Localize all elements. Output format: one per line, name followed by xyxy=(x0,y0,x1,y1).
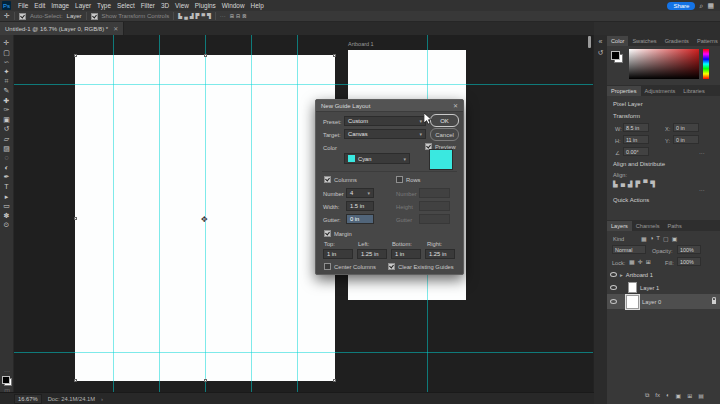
tab-gradients[interactable]: Gradients xyxy=(661,36,693,46)
transform-handle[interactable] xyxy=(74,217,77,220)
kind-filter-dropdown[interactable]: Kind xyxy=(613,236,624,242)
search-icon[interactable]: ⌕ xyxy=(699,2,703,10)
move-tool-icon[interactable]: ✛ xyxy=(4,38,10,48)
crop-tool-icon[interactable]: ⌗ xyxy=(5,76,9,86)
lock-option-icon[interactable]: ▦ xyxy=(629,258,635,265)
columns-checkbox[interactable] xyxy=(324,176,331,183)
more-options-icon[interactable]: ··· xyxy=(220,13,226,19)
angle-field[interactable]: 0.00° xyxy=(623,147,649,156)
menu-item[interactable]: Type xyxy=(94,2,114,9)
align-icon[interactable]: ▄ xyxy=(184,13,188,19)
clear-existing-option[interactable]: Clear Existing Guides xyxy=(388,263,454,270)
visibility-eye-icon[interactable] xyxy=(610,272,617,277)
x-field[interactable]: 0 in xyxy=(673,123,699,132)
center-columns-checkbox[interactable] xyxy=(324,263,331,270)
layers-action-icon[interactable]: ▤ xyxy=(698,392,704,399)
margin-option[interactable]: Margin xyxy=(324,230,352,237)
auto-select-dropdown[interactable]: Layer xyxy=(67,13,82,19)
guide-color-dropdown[interactable]: Cyan ▾ xyxy=(344,153,410,164)
rows-option[interactable]: Rows xyxy=(396,176,421,183)
transform-handle[interactable] xyxy=(333,54,336,57)
menu-item[interactable]: Filter xyxy=(138,2,158,9)
tab-patterns[interactable]: Patterns xyxy=(693,36,720,46)
guide-vertical-4[interactable] xyxy=(251,35,252,392)
align-icon[interactable]: ▟ xyxy=(628,180,633,187)
guide-vertical-1[interactable] xyxy=(113,35,114,392)
tab-adjustments[interactable]: Adjustments xyxy=(641,86,680,96)
eraser-tool-icon[interactable]: ▱ xyxy=(4,134,9,144)
width-field[interactable]: 1.5 in xyxy=(346,201,374,211)
menu-item[interactable]: Plugins xyxy=(192,2,219,9)
visibility-eye-icon[interactable] xyxy=(610,299,617,304)
menu-item[interactable]: Image xyxy=(48,2,72,9)
visibility-eye-icon[interactable] xyxy=(610,285,617,290)
transform-handle[interactable] xyxy=(204,379,207,382)
transform-section-header[interactable]: Transform xyxy=(613,113,640,119)
layers-action-icon[interactable]: fx xyxy=(655,392,660,399)
edit-toolbar-icon[interactable]: ··· xyxy=(4,368,10,374)
canvas-scrollbar-thumb[interactable] xyxy=(588,36,591,48)
layer-row-artboard[interactable]: ▸ Artboard 1 xyxy=(607,268,720,281)
menu-item[interactable]: Layer xyxy=(72,2,94,9)
mode-icon[interactable]: ⊟ xyxy=(236,13,240,19)
hand-tool-icon[interactable]: ✽ xyxy=(4,211,10,221)
layers-action-icon[interactable]: ⧉ xyxy=(645,392,649,399)
zoom-tool-icon[interactable]: ⊙ xyxy=(4,220,10,230)
magic-wand-tool-icon[interactable]: ✦ xyxy=(4,67,10,77)
menu-item[interactable]: File xyxy=(15,2,31,9)
history-brush-tool-icon[interactable]: ↺ xyxy=(4,124,10,134)
type-tool-icon[interactable]: T xyxy=(4,182,8,192)
columns-option[interactable]: Columns xyxy=(324,176,357,183)
color-picker-field[interactable] xyxy=(629,49,699,79)
auto-select-checkbox[interactable] xyxy=(19,13,26,20)
guide-vertical-5[interactable] xyxy=(297,35,298,392)
margin-checkbox[interactable] xyxy=(324,230,331,237)
lock-option-icon[interactable]: ✛ xyxy=(638,258,643,265)
margin-left-field[interactable]: 1.25 in xyxy=(357,249,387,259)
workspace-icon[interactable]: ▦ xyxy=(707,2,714,10)
transform-handle[interactable] xyxy=(74,54,77,57)
status-options-chevron-icon[interactable]: › xyxy=(101,396,103,402)
guide-vertical-3[interactable] xyxy=(205,35,206,392)
path-select-tool-icon[interactable]: ▸ xyxy=(5,192,9,202)
filter-icon[interactable]: ▣ xyxy=(672,235,678,242)
tab-paths[interactable]: Paths xyxy=(663,221,685,231)
lasso-tool-icon[interactable]: ∽ xyxy=(4,57,10,67)
filter-icon[interactable]: ▢ xyxy=(663,235,669,242)
pen-tool-icon[interactable]: ✒ xyxy=(4,172,10,182)
target-dropdown[interactable]: Canvas▾ xyxy=(344,129,426,139)
dialog-close-icon[interactable]: ✕ xyxy=(453,102,458,109)
foreground-color-chip[interactable] xyxy=(611,51,620,60)
align-icon[interactable]: ▜ xyxy=(650,180,655,187)
healing-brush-tool-icon[interactable]: ✚ xyxy=(4,96,10,106)
layers-action-icon[interactable]: ◐ xyxy=(666,392,670,399)
ok-button[interactable]: OK xyxy=(430,114,459,127)
hue-slider[interactable] xyxy=(703,49,709,79)
tab-layers[interactable]: Layers xyxy=(607,221,632,231)
document-tab[interactable]: Untitled-1 @ 16.7% (Layer 0, RGB/8) * ✕ xyxy=(0,22,124,35)
w-field[interactable]: 8.5 in xyxy=(623,123,649,132)
align-icon[interactable]: ▙ xyxy=(613,180,618,187)
menu-item[interactable]: Help xyxy=(248,2,267,9)
align-icon[interactable]: ▙ xyxy=(178,13,182,19)
opacity-field[interactable]: 100% xyxy=(677,245,701,254)
blend-mode-dropdown[interactable]: Normal xyxy=(612,245,646,254)
tab-close-icon[interactable]: ✕ xyxy=(113,25,118,32)
align-icon[interactable]: ▄ xyxy=(621,180,625,187)
guide-horizontal-bottom[interactable] xyxy=(14,352,593,353)
h-field[interactable]: 11 in xyxy=(623,135,649,144)
y-field[interactable]: 0 in xyxy=(673,135,699,144)
margin-top-field[interactable]: 1 in xyxy=(323,249,353,259)
cancel-button[interactable]: Cancel xyxy=(430,128,459,141)
margin-bottom-field[interactable]: 1 in xyxy=(391,249,421,259)
expand-chevron-icon[interactable]: ▸ xyxy=(620,272,623,278)
menu-item[interactable]: View xyxy=(172,2,192,9)
align-icon[interactable]: ▛ xyxy=(636,180,641,187)
gradient-tool-icon[interactable]: ▨ xyxy=(3,144,10,154)
tab-color[interactable]: Color xyxy=(607,36,628,46)
layers-action-icon[interactable]: ⊞ xyxy=(687,392,692,399)
align-icon[interactable]: ▟ xyxy=(190,13,194,19)
mode-icon[interactable]: ⊠ xyxy=(242,13,246,19)
marquee-tool-icon[interactable]: ▢ xyxy=(3,48,10,58)
tab-swatches[interactable]: Swatches xyxy=(628,36,660,46)
